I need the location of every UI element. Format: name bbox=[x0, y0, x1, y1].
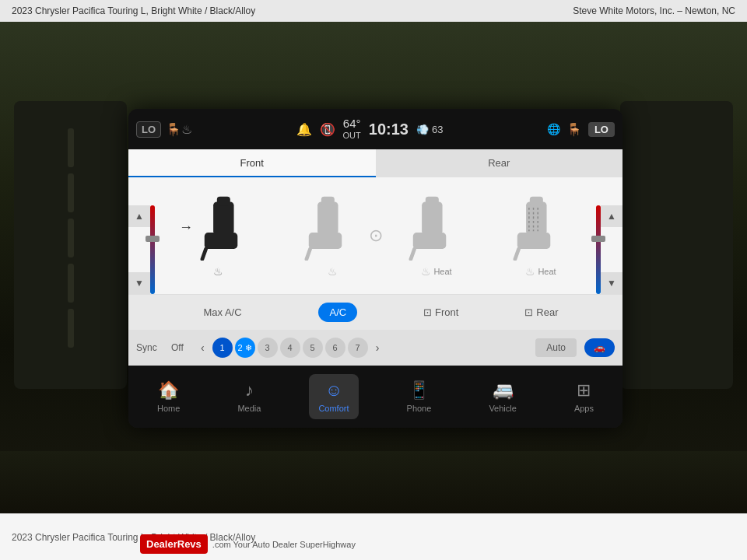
bell-icon: 🔔 bbox=[296, 122, 312, 137]
tab-rear-label: Rear bbox=[488, 157, 510, 169]
vent-slat bbox=[68, 219, 74, 257]
fan-speed-6-button[interactable]: 6 bbox=[325, 338, 345, 358]
off-label: Off bbox=[171, 342, 193, 353]
nav-media[interactable]: ♪ Media bbox=[228, 374, 270, 419]
fan-speed-prev-button[interactable]: ‹ bbox=[201, 341, 205, 354]
watermark: DealerRevs .com Your Auto Dealer SuperHi… bbox=[140, 534, 356, 554]
fan-speed-buttons: 1 2 ❄ 3 4 5 6 7 bbox=[212, 338, 368, 358]
home-icon: 🏠 bbox=[158, 380, 179, 401]
fan-speed-1-button[interactable]: 1 bbox=[212, 338, 233, 358]
lo-badge-right: LO bbox=[588, 122, 615, 137]
nav-media-label: Media bbox=[237, 404, 261, 413]
media-icon: ♪ bbox=[245, 380, 254, 401]
fan-icon: 💨 bbox=[416, 124, 429, 135]
ac-rear-control[interactable]: ⊡ Rear bbox=[524, 306, 558, 318]
watermark-logo: DealerRevs bbox=[140, 534, 208, 554]
topbar-right: 🌐 🪑 LO bbox=[547, 122, 615, 137]
rear-left-heat-label: Heat bbox=[433, 267, 451, 276]
svg-rect-5 bbox=[317, 201, 338, 235]
screen-topbar: LO 🪑♨ 🔔 📵 64° OUT 10:13 💨 63 🌐 🪑 LO bbox=[128, 109, 622, 149]
dealer-revs-logo: DealerRevs bbox=[146, 538, 202, 550]
driver-heat-icon: ♨ bbox=[213, 265, 223, 278]
auto-button[interactable]: Auto bbox=[535, 338, 577, 357]
temp-bar-left bbox=[150, 205, 155, 294]
apps-icon: ⊞ bbox=[577, 380, 591, 401]
rear-left-seat-figure[interactable] bbox=[405, 194, 468, 261]
scroll-right-up-button[interactable]: ▲ bbox=[601, 205, 622, 227]
fan-speed-5-button[interactable]: 5 bbox=[303, 338, 323, 358]
passenger-seat-panel: ♨ bbox=[301, 194, 363, 278]
nav-comfort-label: Comfort bbox=[318, 404, 349, 413]
scroll-right-down-button[interactable]: ▼ bbox=[601, 272, 622, 294]
screen-nav: 🏠 Home ♪ Media ☺ Comfort 📱 Phone 🚐 Vehic… bbox=[128, 366, 622, 428]
svg-rect-10 bbox=[426, 196, 439, 205]
nav-home[interactable]: 🏠 Home bbox=[148, 374, 189, 419]
rear-left-heat-icon: ♨ bbox=[421, 265, 431, 278]
ac-front-control[interactable]: ⊡ Front bbox=[423, 306, 458, 318]
passenger-seat-figure[interactable] bbox=[301, 194, 363, 261]
vent-slat bbox=[68, 128, 74, 167]
bottom-caption-bar: DealerRevs .com Your Auto Dealer SuperHi… bbox=[0, 513, 747, 560]
nav-apps[interactable]: ⊞ Apps bbox=[565, 374, 603, 419]
car-ev-icon: 🚗 bbox=[594, 342, 605, 353]
nav-vehicle[interactable]: 🚐 Vehicle bbox=[479, 374, 525, 419]
tab-rear[interactable]: Rear bbox=[376, 149, 623, 177]
comfort-icon: ☺ bbox=[325, 380, 342, 401]
fan-speed-4-button[interactable]: 4 bbox=[280, 338, 300, 358]
svg-rect-6 bbox=[321, 196, 335, 205]
dashboard-bottom bbox=[0, 451, 747, 513]
phone-icon: 📵 bbox=[320, 122, 335, 137]
dealer-name: Steve White Motors, Inc. – Newton, NC bbox=[573, 5, 735, 16]
fan-speed-display: 💨 63 bbox=[416, 124, 443, 135]
ac-rear-icon: ⊡ bbox=[524, 306, 533, 318]
ac-front-icon: ⊡ bbox=[423, 306, 432, 318]
left-vent bbox=[14, 101, 127, 389]
vent-slats-left bbox=[47, 128, 94, 362]
topbar-left: LO 🪑♨ bbox=[136, 121, 192, 138]
ac-controls: Max A/C A/C ⊡ Front ⊡ Rear bbox=[128, 294, 622, 330]
rear-right-heat-icon: ♨ bbox=[525, 265, 535, 278]
fan-speed-next-button[interactable]: › bbox=[376, 341, 380, 354]
nav-vehicle-label: Vehicle bbox=[489, 404, 516, 413]
svg-rect-1 bbox=[217, 196, 230, 205]
scroll-up-button[interactable]: ▲ bbox=[128, 205, 150, 227]
vent-slat bbox=[68, 173, 74, 212]
fan-speed-7-button[interactable]: 7 bbox=[348, 338, 368, 358]
fan-speed-2-button[interactable]: 2 ❄ bbox=[235, 338, 255, 358]
rear-right-heat-label: Heat bbox=[538, 267, 556, 276]
outside-temp-value: 64° bbox=[343, 117, 361, 131]
vent-slat bbox=[68, 264, 74, 303]
tab-front[interactable]: Front bbox=[128, 149, 376, 177]
tab-front-label: Front bbox=[240, 157, 264, 169]
svg-line-3 bbox=[202, 248, 206, 258]
ac-button[interactable]: A/C bbox=[318, 303, 357, 322]
svg-rect-9 bbox=[422, 201, 442, 235]
outside-temp-label: OUT bbox=[343, 131, 361, 141]
temp-indicator-left bbox=[146, 236, 160, 242]
fan-speed-3-button[interactable]: 3 bbox=[258, 338, 278, 358]
vehicle-icon: 🚐 bbox=[493, 380, 514, 401]
svg-rect-14 bbox=[530, 196, 543, 205]
screen-content: Front Rear ▲ ▼ ▲ ▼ → bbox=[128, 149, 622, 366]
seat-tabs: Front Rear bbox=[128, 149, 622, 177]
nav-phone[interactable]: 📱 Phone bbox=[398, 374, 441, 419]
nav-home-label: Home bbox=[157, 404, 180, 413]
driver-seat-figure[interactable] bbox=[197, 194, 259, 261]
watermark-tagline: .com Your Auto Dealer SuperHighway bbox=[212, 540, 356, 549]
vent-slat bbox=[68, 309, 74, 348]
fan-speed-value: 63 bbox=[432, 124, 443, 135]
svg-line-8 bbox=[307, 248, 310, 258]
ev-mode-button[interactable]: 🚗 bbox=[584, 338, 615, 357]
svg-line-12 bbox=[411, 248, 415, 258]
max-ac-button[interactable]: Max A/C bbox=[192, 303, 252, 322]
temp-indicator-right bbox=[591, 236, 605, 242]
seat-heat-icon-right: 🪑 bbox=[566, 122, 582, 137]
rear-right-seat-panel: ♨ Heat bbox=[510, 194, 572, 278]
rear-right-seat-figure[interactable] bbox=[510, 194, 572, 261]
nav-comfort[interactable]: ☺ Comfort bbox=[309, 374, 358, 419]
scroll-down-button[interactable]: ▼ bbox=[128, 272, 150, 294]
svg-rect-15 bbox=[517, 233, 551, 249]
phone-nav-icon: 📱 bbox=[409, 380, 430, 401]
fan-controls: Sync Off ‹ 1 2 ❄ 3 4 5 6 7 › Auto 🚗 bbox=[128, 330, 622, 366]
nav-apps-label: Apps bbox=[574, 404, 594, 413]
